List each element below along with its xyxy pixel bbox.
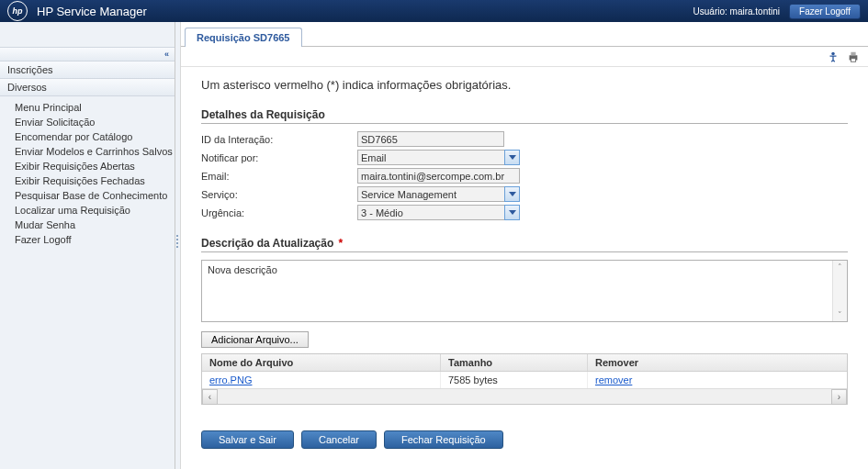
svg-point-0 — [831, 51, 835, 55]
col-header-size[interactable]: Tamanho — [441, 354, 588, 371]
scroll-down-icon: ˅ — [838, 310, 842, 319]
file-table: Nome do Arquivo Tamanho Remover erro.PNG… — [201, 353, 848, 405]
sidebar-menu: Menu Principal Enviar Solicitação Encome… — [0, 96, 175, 251]
email-field[interactable] — [357, 168, 520, 184]
details-section-title: Detalhes da Requisição — [201, 108, 848, 124]
svg-rect-2 — [851, 51, 855, 55]
service-label: Serviço: — [201, 189, 357, 200]
svg-rect-3 — [851, 58, 855, 61]
sidebar-item-mudar-senha[interactable]: Mudar Senha — [15, 218, 175, 232]
toolbar — [181, 47, 868, 67]
sidebar-collapse-bar[interactable]: « — [0, 47, 175, 61]
save-exit-button[interactable]: Salvar e Sair — [201, 430, 294, 449]
notify-dropdown-button[interactable] — [504, 150, 520, 165]
notify-label: Notificar por: — [201, 152, 357, 163]
file-size: 7585 bytes — [441, 372, 588, 388]
col-header-name[interactable]: Nome do Arquivo — [202, 354, 441, 371]
user-label: Usuário: maira.tontini — [693, 6, 781, 17]
sidebar-item-exibir-abertas[interactable]: Exibir Requisições Abertas — [15, 159, 175, 173]
id-field[interactable] — [357, 131, 504, 147]
add-file-button[interactable]: Adicionar Arquivo... — [201, 331, 309, 348]
scroll-right-icon: › — [831, 389, 847, 405]
urgency-label: Urgência: — [201, 207, 357, 218]
scroll-left-icon: ‹ — [202, 389, 218, 405]
sidebar-item-pesquisar-base[interactable]: Pesquisar Base de Conhecimento — [15, 188, 175, 203]
chevron-left-icon: « — [164, 50, 169, 59]
remove-link[interactable]: remover — [595, 374, 632, 385]
file-link[interactable]: erro.PNG — [209, 374, 252, 385]
urgency-dropdown-button[interactable] — [504, 205, 520, 220]
scroll-up-icon: ˄ — [838, 262, 842, 272]
tabs-row: Requisição SD7665 — [181, 22, 868, 47]
app-header: hp HP Service Manager Usuário: maira.ton… — [0, 0, 868, 22]
splitter[interactable] — [175, 22, 181, 469]
logoff-button[interactable]: Fazer Logoff — [789, 4, 861, 19]
textarea-scrollbar[interactable]: ˄ ˅ — [832, 261, 847, 321]
sidebar-item-localizar-requisicao[interactable]: Localizar uma Requisição — [15, 203, 175, 218]
sidebar-item-fazer-logoff[interactable]: Fazer Logoff — [15, 232, 175, 247]
cancel-button[interactable]: Cancelar — [301, 430, 377, 449]
service-field[interactable] — [357, 186, 504, 202]
sidebar-section-inscricoes[interactable]: Inscrições — [0, 61, 175, 79]
sidebar: « Inscrições Diversos Menu Principal Env… — [0, 22, 175, 469]
horizontal-scrollbar[interactable]: ‹ › — [202, 388, 847, 404]
chevron-down-icon — [509, 192, 516, 196]
description-textarea[interactable]: Nova descrição — [202, 261, 832, 321]
id-label: ID da Interação: — [201, 134, 357, 145]
urgency-field[interactable] — [357, 205, 504, 220]
col-header-remove[interactable]: Remover — [588, 354, 847, 371]
sidebar-item-encomendar-catalogo[interactable]: Encomendar por Catálogo — [15, 129, 175, 144]
sidebar-item-exibir-fechadas[interactable]: Exibir Requisições Fechadas — [15, 173, 175, 188]
app-title: HP Service Manager — [37, 5, 693, 18]
sidebar-item-menu-principal[interactable]: Menu Principal — [15, 100, 175, 115]
tab-requisicao[interactable]: Requisição SD7665 — [185, 28, 302, 47]
service-dropdown-button[interactable] — [504, 186, 520, 202]
email-label: Email: — [201, 171, 357, 182]
description-section-title: Descrição da Atualização * — [201, 237, 848, 252]
sidebar-item-enviar-modelos[interactable]: Enviar Modelos e Carrinhos Salvos — [15, 144, 175, 159]
info-text: Um asterisco vermelho (*) indica informa… — [201, 78, 848, 92]
print-icon[interactable] — [846, 50, 861, 63]
close-request-button[interactable]: Fechar Requisição — [384, 430, 503, 449]
content-area: Requisição SD7665 Um asterisco vermelho … — [181, 22, 868, 469]
notify-field[interactable] — [357, 150, 504, 165]
accessibility-icon[interactable] — [826, 50, 840, 63]
chevron-down-icon — [509, 210, 516, 215]
sidebar-section-diversos[interactable]: Diversos — [0, 79, 175, 96]
sidebar-item-enviar-solicitacao[interactable]: Enviar Solicitação — [15, 115, 175, 129]
hp-logo-icon: hp — [7, 1, 28, 21]
chevron-down-icon — [509, 155, 516, 160]
table-row: erro.PNG 7585 bytes remover — [202, 372, 847, 388]
